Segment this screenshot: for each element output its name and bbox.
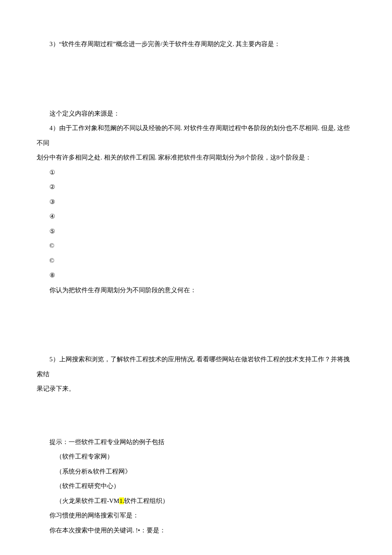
q3-prompt: 3）“软件生存周期过程”概念进一步完善/关于软件生存周期的定义. 其主要内容是：	[37, 37, 355, 52]
q5-site-4-pre: （火龙果软件工程-VM	[56, 497, 119, 504]
blank-answer-area-q4	[37, 297, 355, 352]
q3-source-label: 这个定义内容的来源是：	[37, 106, 355, 121]
q4-prompt-line2: 划分中有许多相同之处. 相关的软件工程国. 家标准把软件生存同期划分为8个阶段，…	[37, 150, 355, 165]
q5-site-1: （软件工程专家网）	[37, 449, 355, 464]
q5-site-4-post: 软件工程组织）	[124, 497, 169, 504]
q4-item-4: ④	[37, 209, 355, 224]
q4-item-8: ⑧	[37, 268, 355, 283]
q4-followup: 你认为把软件生存周期划分为不同阶段的意义何在：	[37, 283, 355, 298]
q4-item-6: ©	[37, 238, 355, 253]
q5-site-3: （软件工程研究中心）	[37, 479, 355, 494]
q5-prompt-line1: 5）上网搜索和浏览，了解软件工程技术的应用情况, 看看哪些网站在做岩软件工程的技…	[37, 352, 355, 381]
document-page: 3）“软件生存周期过程”概念进一步完善/关于软件生存周期的定义. 其主要内容是：…	[0, 0, 392, 555]
q4-item-1: ①	[37, 165, 355, 180]
q4-prompt-line1: 4）由于工作对象和范阚的不同以及经验的不同. 对软件生存周期过程中各阶段的划分也…	[37, 121, 355, 150]
q5-hint-intro: 提示：一些软件工程专业网站的例子包括	[37, 435, 355, 450]
q4-item-7: ©	[37, 253, 355, 268]
q5-site-4: （火龙果软件工程-VM1.软件工程组织）	[37, 494, 355, 509]
blank-answer-area-q3	[37, 52, 355, 106]
q5-prompt-line2: 果记录下来。	[37, 381, 355, 396]
q5-site-4-highlight: 1.	[119, 497, 124, 504]
q5-site-2: （系统分析&软件工程网》	[37, 464, 355, 479]
q4-item-5: ⑤	[37, 224, 355, 239]
blank-answer-area-q5	[37, 396, 355, 435]
q5-engine-question: 你习惯使用的网络搜索引军是：	[37, 508, 355, 523]
q5-keyword-question: 你在本次搜索中使用的关键词. !•：要是：	[37, 523, 355, 538]
q4-item-3: ③	[37, 195, 355, 209]
q4-item-2: ②	[37, 180, 355, 195]
